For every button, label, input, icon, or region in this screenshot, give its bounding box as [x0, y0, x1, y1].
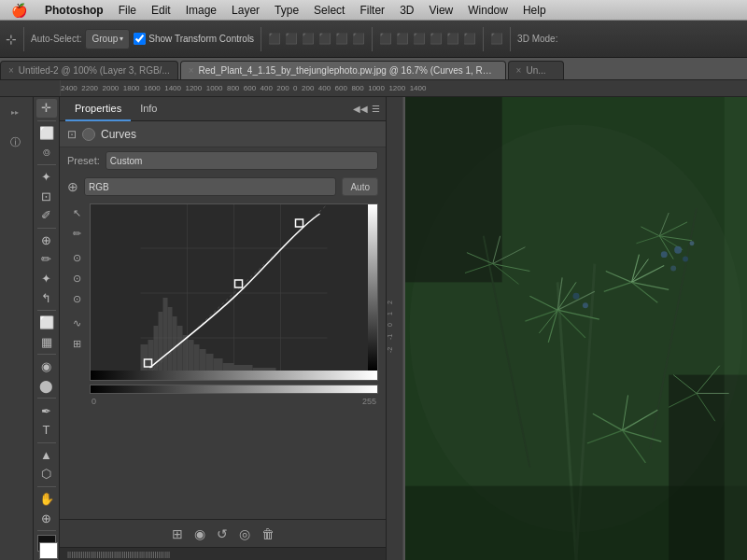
- distribute-center-h-icon[interactable]: ⬛: [396, 33, 409, 45]
- auto-button[interactable]: Auto: [342, 177, 378, 196]
- tab-close-1[interactable]: ×: [8, 65, 14, 76]
- curves-draw-tool[interactable]: ✏: [67, 224, 86, 243]
- eyedropper-tool[interactable]: ✐: [36, 206, 57, 225]
- tab-bar: × Untitled-2 @ 100% (Layer 3, RGB/... × …: [0, 58, 747, 80]
- svg-rect-26: [235, 280, 243, 287]
- gradient-labels: 0 255: [90, 397, 378, 406]
- curves-pointer-tool[interactable]: ↖: [67, 203, 86, 222]
- distribute-top-icon[interactable]: ⬛: [430, 33, 443, 45]
- tab-un[interactable]: × Un...: [508, 61, 564, 79]
- curves-visibility-toggle[interactable]: [82, 128, 95, 141]
- arrange-icon[interactable]: ⬛: [490, 33, 503, 45]
- pen-tool[interactable]: ✒: [36, 401, 57, 420]
- tab-close-2[interactable]: ×: [189, 65, 194, 76]
- panel-menu-icon[interactable]: ☰: [372, 104, 380, 114]
- preset-select[interactable]: Custom Default Linear Medium Contrast St…: [106, 151, 378, 170]
- menu-file[interactable]: File: [111, 0, 144, 21]
- curves-svg: [91, 204, 377, 381]
- show-transform-controls-checkbox[interactable]: [134, 33, 146, 45]
- align-center-v-icon[interactable]: ⬛: [335, 33, 348, 45]
- menu-layer[interactable]: Layer: [224, 0, 267, 21]
- gradient-tool[interactable]: ▦: [36, 333, 57, 352]
- menu-help[interactable]: Help: [515, 0, 554, 21]
- clone-stamp-tool[interactable]: ✦: [36, 270, 57, 288]
- rectangular-marquee-tool[interactable]: ⬜: [36, 124, 57, 143]
- tool-separator-6: [37, 398, 56, 399]
- toolbar-separator-3: [372, 27, 373, 51]
- delete-icon[interactable]: 🗑: [261, 526, 275, 541]
- menu-window[interactable]: Window: [460, 0, 515, 21]
- move-tool[interactable]: ✛: [36, 99, 57, 118]
- curves-eyedropper-black[interactable]: ⊙: [67, 248, 86, 267]
- menu-image[interactable]: Image: [178, 0, 224, 21]
- align-left-icon[interactable]: ⬛: [268, 33, 281, 45]
- align-center-h-icon[interactable]: ⬛: [285, 33, 298, 45]
- distribute-bottom-icon[interactable]: ⬛: [463, 33, 476, 45]
- curves-mode-toggle[interactable]: ⊞: [67, 334, 86, 353]
- lasso-tool[interactable]: ⌾: [36, 143, 57, 161]
- menu-bar: 🍎 Photoshop File Edit Image Layer Type S…: [0, 0, 747, 21]
- curves-eyedropper-gray[interactable]: ⊙: [67, 269, 86, 287]
- menu-view[interactable]: View: [421, 0, 460, 21]
- input-gradient: [90, 385, 378, 394]
- collapse-icon[interactable]: ◀◀: [353, 104, 368, 114]
- eraser-tool[interactable]: ⬜: [36, 314, 57, 332]
- horizontal-ruler: 2400 2200 2000 1800 1600 1400 1200 1000 …: [0, 80, 747, 97]
- info-icon[interactable]: ⓘ: [0, 127, 30, 157]
- show-transform-controls-label[interactable]: Show Transform Controls: [134, 33, 254, 45]
- channel-row: ⊕ RGB Red Green Blue Auto: [60, 174, 386, 200]
- menu-3d[interactable]: 3D: [392, 0, 421, 21]
- dodge-tool[interactable]: ⬤: [36, 377, 57, 396]
- mini-sidebar: ▸▸ ⓘ: [0, 97, 34, 560]
- add-point-icon[interactable]: ⊞: [172, 526, 183, 541]
- expand-tool[interactable]: ▸▸: [0, 97, 30, 127]
- menu-edit[interactable]: Edit: [144, 0, 178, 21]
- type-tool[interactable]: T: [36, 421, 57, 440]
- spot-healing-tool[interactable]: ⊕: [36, 231, 57, 250]
- group-dropdown[interactable]: Group ▾: [85, 29, 130, 49]
- svg-point-73: [690, 241, 695, 245]
- reset-icon[interactable]: ↺: [217, 526, 228, 541]
- zoom-tool[interactable]: ⊕: [36, 509, 57, 527]
- hand-tool[interactable]: ✋: [36, 490, 57, 509]
- quick-selection-tool[interactable]: ✦: [36, 168, 57, 187]
- brush-tool[interactable]: ✏: [36, 250, 57, 269]
- curves-back-icon[interactable]: ⊡: [67, 128, 77, 141]
- background-color-swatch[interactable]: [39, 542, 58, 559]
- tab-info[interactable]: Info: [131, 97, 166, 121]
- curves-graph-wrapper[interactable]: 0 255: [90, 203, 378, 515]
- align-top-icon[interactable]: ⬛: [318, 33, 331, 45]
- align-right-icon[interactable]: ⬛: [302, 33, 315, 45]
- menu-select[interactable]: Select: [306, 0, 352, 21]
- curves-smooth-tool[interactable]: ∿: [67, 314, 86, 332]
- svg-rect-85: [725, 97, 747, 560]
- mask-icon[interactable]: ◎: [239, 526, 250, 541]
- distribute-center-v-icon[interactable]: ⬛: [446, 33, 459, 45]
- curves-graph[interactable]: [90, 203, 378, 381]
- toggle-visibility-icon[interactable]: ◉: [194, 526, 205, 541]
- curves-header: ⊡ Curves: [60, 121, 386, 147]
- tab-untitled[interactable]: × Untitled-2 @ 100% (Layer 3, RGB/...: [0, 61, 178, 79]
- path-selection-tool[interactable]: ▲: [36, 445, 57, 464]
- tab-properties[interactable]: Properties: [65, 97, 131, 121]
- apple-menu[interactable]: 🍎: [0, 3, 37, 18]
- tab-red-plant[interactable]: × Red_Plant_4_1.15_by_thejunglephoto.pw.…: [180, 61, 506, 79]
- svg-point-74: [670, 266, 676, 272]
- distribute-left-icon[interactable]: ⬛: [379, 33, 392, 45]
- channel-select[interactable]: RGB Red Green Blue: [84, 177, 336, 196]
- blur-tool[interactable]: ◉: [36, 357, 57, 376]
- main-area: ▸▸ ⓘ ✛ ⬜ ⌾ ✦ ⊡ ✐ ⊕ ✏ ✦ ↰ ⬜ ▦ ◉ ⬤ ✒ T: [0, 97, 747, 560]
- crop-tool[interactable]: ⊡: [36, 187, 57, 205]
- menu-photoshop[interactable]: Photoshop: [37, 0, 111, 21]
- align-bottom-icon[interactable]: ⬛: [352, 33, 365, 45]
- rectangle-tool[interactable]: ⬡: [36, 465, 57, 483]
- tab-close-3[interactable]: ×: [516, 65, 522, 76]
- history-brush-tool[interactable]: ↰: [36, 288, 57, 307]
- canvas-area[interactable]: -2-1012: [387, 97, 747, 560]
- tool-separator-4: [37, 310, 56, 311]
- target-icon[interactable]: ⊕: [67, 179, 78, 194]
- curves-eyedropper-white[interactable]: ⊙: [67, 289, 86, 308]
- menu-filter[interactable]: Filter: [352, 0, 392, 21]
- menu-type[interactable]: Type: [267, 0, 306, 21]
- distribute-right-icon[interactable]: ⬛: [413, 33, 426, 45]
